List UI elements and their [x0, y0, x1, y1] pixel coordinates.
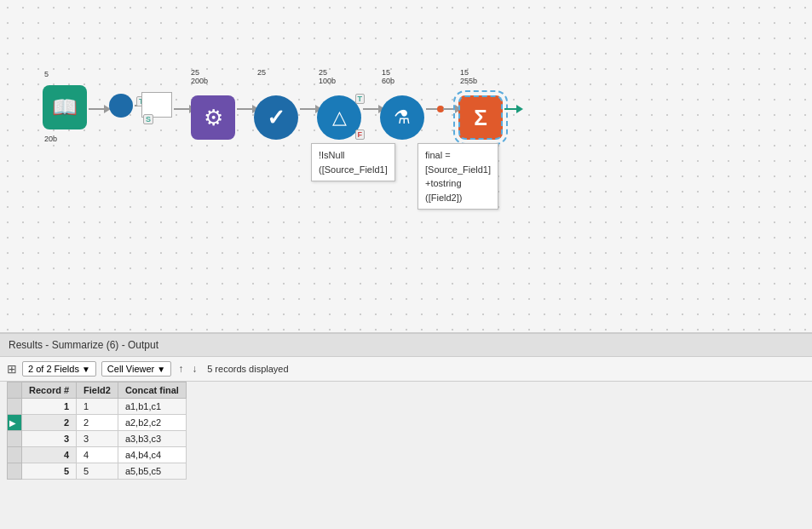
gear-icon: ⚙ [204, 105, 223, 131]
connector-8 [504, 105, 523, 113]
fields-dropdown-button[interactable]: 2 of 2 Fields ▼ [22, 361, 96, 377]
cell-record: 1 [22, 399, 77, 415]
connector-2: T [135, 105, 141, 106]
workflow-container: 📖 5 20b T [0, 0, 812, 332]
cell-record: 2 [22, 415, 77, 431]
row-indicator [8, 399, 22, 415]
canvas-area: 📖 5 20b T [0, 0, 812, 332]
row-indicator [8, 447, 22, 463]
row-indicator [8, 463, 22, 480]
table-header-row: Record # Field2 Concat final [8, 382, 187, 399]
sort-down-icon: ↓ [192, 363, 197, 375]
results-toolbar: ⊞ 2 of 2 Fields ▼ Cell Viewer ▼ ↑ ↓ 5 re… [0, 357, 812, 382]
sort-up-icon: ↑ [178, 363, 183, 375]
col-header-record[interactable]: Record # [22, 382, 77, 399]
connector-7 [426, 105, 462, 113]
cell-concat: a3,b3,c3 [118, 431, 186, 447]
node-circle-sm[interactable] [109, 94, 133, 118]
row-indicator [8, 431, 22, 447]
viewer-dropdown-chevron: ▼ [157, 365, 165, 374]
table-row: ▶22a2,b2,c2 [8, 415, 187, 431]
cell-field2: 5 [77, 463, 118, 480]
cell-field2: 1 [77, 399, 118, 415]
flask-icon: ⚗ [394, 106, 411, 129]
data-table: Record # Field2 Concat final 11a1,b1,c1▶… [7, 382, 187, 480]
table-row: 33a3,b3,c3 [8, 431, 187, 447]
row-indicator: ▶ [8, 415, 22, 431]
cell-record: 5 [22, 463, 77, 480]
tooltip-formula-text: final =[Source_Field1]+tostring([Field2]… [425, 150, 491, 203]
connector-1 [89, 105, 111, 113]
cell-field2: 2 [77, 415, 118, 431]
table-wrapper: Record # Field2 Concat final 11a1,b1,c1▶… [0, 382, 812, 529]
node-gear[interactable]: 25 200b ⚙ [191, 83, 235, 140]
results-panel: Results - Summarize (6) - Output ⊞ 2 of … [0, 332, 812, 529]
tooltip-formula: final =[Source_Field1]+tostring([Field2]… [418, 143, 498, 210]
sort-down-button[interactable]: ↓ [190, 361, 199, 377]
records-count: 5 records displayed [207, 364, 288, 374]
node-filter[interactable]: 25 100b T F △ [317, 83, 361, 140]
col-header-concat[interactable]: Concat final [118, 382, 186, 399]
node-flask[interactable]: 15 60b ⚗ [380, 83, 424, 140]
sigma-icon: Σ [474, 105, 487, 131]
tooltip-isnull-text: !IsNull([Source_Field1] [319, 150, 388, 175]
node-input[interactable]: 📖 5 20b [43, 85, 87, 129]
table-row: 11a1,b1,c1 [8, 399, 187, 415]
cell-field2: 4 [77, 447, 118, 463]
cell-field2: 3 [77, 431, 118, 447]
cell-concat: a2,b2,c2 [118, 415, 186, 431]
cell-concat: a5,b5,c5 [118, 463, 186, 480]
cell-concat: a1,b1,c1 [118, 399, 186, 415]
viewer-dropdown-label: Cell Viewer [107, 364, 154, 374]
sort-up-button[interactable]: ↑ [176, 361, 185, 377]
col-header-indicator [8, 382, 22, 399]
table-row: 44a4,b4,c4 [8, 447, 187, 463]
grid-icon: ⊞ [7, 362, 17, 376]
results-header: Results - Summarize (6) - Output [0, 334, 812, 357]
results-header-text: Results - Summarize (6) - Output [9, 339, 158, 351]
node-check[interactable]: 25 ✓ [254, 83, 298, 140]
fields-dropdown-chevron: ▼ [82, 365, 90, 374]
triangle-icon: △ [332, 106, 347, 129]
node-input-label-bottom: 20b [44, 135, 57, 143]
cell-record: 4 [22, 447, 77, 463]
tooltip-isnull: !IsNull([Source_Field1] [311, 143, 395, 181]
node-rect-white[interactable]: S [141, 92, 172, 118]
viewer-dropdown-button[interactable]: Cell Viewer ▼ [101, 361, 171, 377]
cell-concat: a4,b4,c4 [118, 447, 186, 463]
col-header-field2[interactable]: Field2 [77, 382, 118, 399]
node-summarize[interactable]: 15 255b Σ [458, 83, 503, 140]
check-icon: ✓ [267, 105, 285, 131]
cell-record: 3 [22, 431, 77, 447]
table-row: 55a5,b5,c5 [8, 463, 187, 480]
fields-dropdown-label: 2 of 2 Fields [28, 364, 79, 374]
node-input-label-top: 5 [44, 70, 49, 78]
